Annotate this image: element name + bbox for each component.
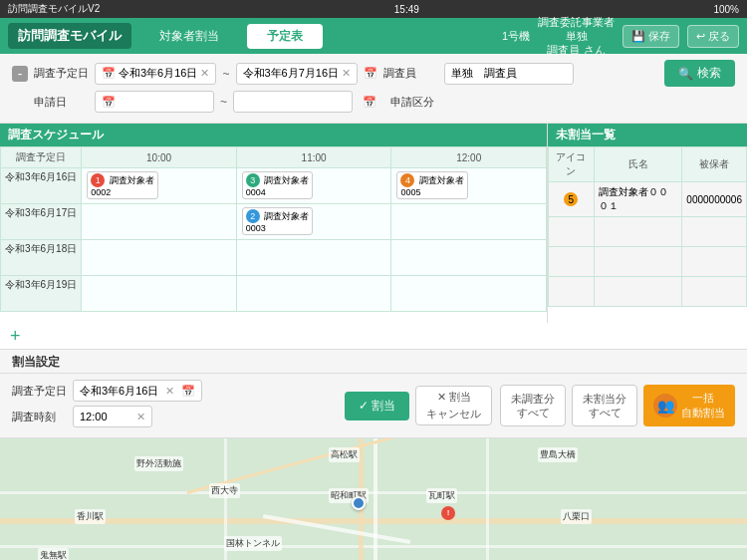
- main-content: 調査スケジュール 調査予定日 10:00 11:00 12:00 令和3年6月1…: [0, 124, 747, 323]
- empty-cell: [549, 217, 595, 247]
- empty-cell: [594, 217, 682, 247]
- map-section[interactable]: 高松駅 昭和町駅 瓦町駅 林道駅 鬼無駅 香川駅 西大寺 豊島大橋 八栗口 野外…: [0, 438, 747, 560]
- collapse-button[interactable]: -: [12, 66, 28, 82]
- col-icon: アイコン: [549, 147, 595, 182]
- schedule-section: 調査スケジュール 調査予定日 10:00 11:00 12:00 令和3年6月1…: [0, 124, 548, 323]
- schedule-section-title: 調査スケジュール: [0, 124, 547, 146]
- assignment-date-input[interactable]: 令和3年6月16日 ✕ 📅: [73, 380, 202, 402]
- unassigned-button[interactable]: 未割当分 すべて: [572, 385, 637, 427]
- unassigned-row-empty: [549, 277, 747, 307]
- search-button[interactable]: 🔍 検索: [664, 60, 735, 87]
- schedule-cell: 3 調査対象者0004: [236, 168, 391, 204]
- schedule-cell: [82, 240, 237, 276]
- place-east: 八栗口: [561, 509, 592, 524]
- schedule-cell: [236, 276, 391, 312]
- cancel-assign-button[interactable]: ✕ 割当 キャンセル: [415, 386, 492, 424]
- schedule-item[interactable]: 3 調査対象者0004: [242, 171, 314, 199]
- date-cell: 令和3年6月18日: [1, 240, 82, 276]
- header: 訪問調査モバイル 対象者割当 予定表 1号機 調査委託事業者 単独 調査員 さん…: [0, 18, 747, 54]
- date-cell: 令和3年6月19日: [1, 276, 82, 312]
- schedule-cell: [236, 240, 391, 276]
- col-11: 11:00: [236, 147, 391, 168]
- right-buttons: 未調査分 すべて 未割当分 すべて 👥 一括 自動割当: [500, 385, 735, 427]
- range-separator: ~: [222, 67, 229, 81]
- inspector-type: 単独: [538, 29, 615, 43]
- header-unit-info: 1号機: [502, 29, 530, 43]
- badge-5: 5: [564, 192, 578, 206]
- place-saiwai: 西大寺: [209, 483, 240, 498]
- x-icon: ✕: [437, 391, 446, 404]
- schedule-item[interactable]: 2 調査対象者0003: [242, 207, 314, 235]
- schedule-cell: [391, 276, 547, 312]
- unassigned-table: アイコン 氏名 被保者 5 調査対象者０００１ 0000000006: [548, 146, 747, 307]
- station-kinashi: 鬼無駅: [38, 548, 69, 560]
- status-bar: 訪問調査モバイルV2 15:49 100%: [0, 0, 747, 18]
- place-tunnel: 国林トンネル: [224, 536, 282, 551]
- inspector-label: 調査委託事業者: [538, 15, 615, 29]
- clear-icon-4: ✕: [136, 411, 145, 423]
- date-cell: 令和3年6月16日: [1, 168, 82, 204]
- schedule-item[interactable]: 4 調査対象者0005: [396, 171, 468, 199]
- plus-row: +: [0, 323, 747, 350]
- unassigned-name-cell: 調査対象者０００１: [594, 182, 682, 217]
- inspector-name: 調査員 さん: [538, 43, 615, 57]
- app-title: 訪問調査モバイル: [8, 23, 131, 49]
- col-insured: 被保者: [682, 147, 747, 182]
- header-inspector-info: 調査委託事業者 単独 調査員 さん: [538, 15, 615, 58]
- inspector-input[interactable]: 単独 調査員: [444, 63, 574, 85]
- map-marker-red: !: [441, 506, 455, 520]
- back-icon: ↩: [696, 30, 705, 43]
- calendar-icon-3: 📅: [102, 96, 116, 109]
- calendar-icon: 📅: [102, 67, 116, 80]
- place-north: 野外活動施: [134, 456, 183, 471]
- save-button[interactable]: 💾 保存: [622, 25, 679, 48]
- schedule-item[interactable]: 1 調査対象者0002: [87, 171, 158, 199]
- badge-3: 3: [246, 173, 260, 187]
- status-battery: 100%: [713, 4, 739, 15]
- empty-cell: [682, 247, 747, 277]
- application-date-label: 申請日: [34, 95, 89, 110]
- time-header-row: 調査予定日 10:00 11:00 12:00: [1, 147, 547, 168]
- time-label: 調査時刻: [12, 410, 67, 424]
- calendar-icon-4: 📅: [363, 96, 376, 109]
- table-row: 令和3年6月18日: [1, 240, 547, 276]
- application-date-end-input[interactable]: [233, 91, 353, 113]
- application-category-label: 申請区分: [390, 95, 445, 110]
- unassigned-all-button[interactable]: 未調査分 すべて: [500, 385, 566, 427]
- assignment-time-input[interactable]: 12:00 ✕: [73, 406, 152, 427]
- unassigned-section-title: 未割当一覧: [548, 124, 747, 146]
- unassigned-row[interactable]: 5 調査対象者０００１ 0000000006: [549, 182, 747, 217]
- empty-cell: [682, 217, 747, 247]
- add-row-button[interactable]: +: [10, 326, 21, 346]
- assignment-buttons: ✓ 割当 ✕ 割当 キャンセル: [345, 386, 492, 424]
- back-button[interactable]: ↩ 戻る: [687, 25, 739, 48]
- schedule-cell: [391, 240, 547, 276]
- schedule-date-label: 調査予定日: [34, 66, 89, 81]
- tab-schedule[interactable]: 予定表: [247, 24, 323, 49]
- tab-target-assign[interactable]: 対象者割当: [139, 24, 239, 49]
- empty-cell: [549, 277, 595, 307]
- col-12: 12:00: [391, 147, 547, 168]
- clear-icon-2: ✕: [342, 67, 351, 80]
- search-area: - 調査予定日 📅 令和3年6月16日 ✕ ~ 令和3年6月7月16日 ✕ 📅 …: [0, 54, 747, 124]
- schedule-cell: [82, 276, 237, 312]
- date-cell: 令和3年6月17日: [1, 204, 82, 240]
- range-separator-2: ~: [220, 95, 227, 109]
- search-icon: 🔍: [678, 67, 693, 81]
- table-row: 令和3年6月19日: [1, 276, 547, 312]
- save-icon: 💾: [631, 30, 645, 43]
- unit-label: 1号機: [502, 29, 530, 43]
- table-row: 令和3年6月16日 1 調査対象者0002 3 調査対象者0004: [1, 168, 547, 204]
- schedule-cell: 2 調査対象者0003: [236, 204, 391, 240]
- assign-button[interactable]: ✓ 割当: [345, 392, 409, 420]
- assignment-section-wrapper: 割当設定 調査予定日 令和3年6月16日 ✕ 📅 調査時刻 12:00 ✕: [0, 350, 747, 438]
- place-island: 豊島大橋: [538, 447, 578, 462]
- unassigned-row-empty: [549, 217, 747, 247]
- assignment-title: 割当設定: [12, 355, 60, 369]
- from-date-input[interactable]: 📅 令和3年6月16日 ✕: [95, 63, 216, 85]
- auto-assign-button[interactable]: 👥 一括 自動割当: [643, 385, 735, 426]
- pin-circle: [352, 496, 366, 510]
- to-date-input[interactable]: 令和3年6月7月16日 ✕: [236, 63, 359, 85]
- application-date-input[interactable]: 📅: [95, 91, 214, 113]
- col-date: 調査予定日: [1, 147, 82, 168]
